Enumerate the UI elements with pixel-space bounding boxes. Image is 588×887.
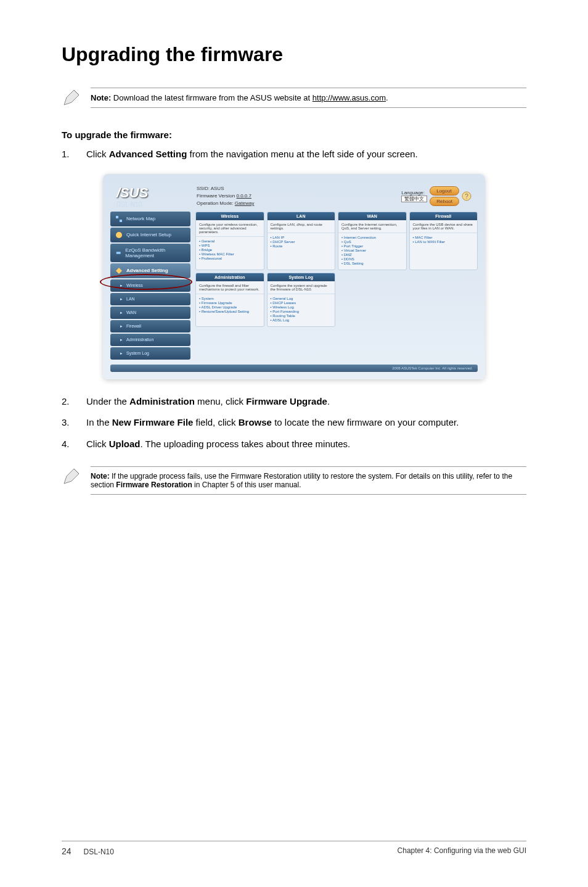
footer-model: DSL-N10 [84,848,114,856]
help-icon[interactable]: ? [462,191,472,201]
note-text: Download the latest firmware from the AS… [111,93,312,102]
svg-text:?: ? [465,193,468,200]
language-select[interactable]: 繁體中文 [401,196,427,202]
sidebar-sub-lan[interactable]: ▸ LAN [110,293,190,305]
svg-point-4 [116,232,122,238]
sidebar-sub-syslog[interactable]: ▸ System Log [110,347,190,360]
card-syslog: System Log Configure the system and upgr… [267,273,336,327]
router-copyright: 2008 ASUSTek Computer Inc. All rights re… [110,365,478,372]
cards-grid: Wireless Configure your wireless connect… [195,212,478,327]
upgrade-subheading: To upgrade the firmware: [62,130,526,140]
pen-icon [62,466,81,486]
router-model: DSL-N10 [116,201,197,208]
asus-link[interactable]: http://www.asus.com [312,93,386,102]
page-footer: 24DSL-N10 Chapter 4: Configuring via the… [62,841,526,856]
page-title: Upgrading the firmware [62,43,526,66]
svg-rect-5 [116,252,121,254]
header-info: SSID: ASUS Firmware Version 0.0.0.7 Oper… [197,185,401,207]
card-wireless-list: General WPS Bridge Wireless MAC Filter P… [196,237,264,265]
note-restoration: Note: If the upgrade process fails, use … [62,463,526,498]
note-download: Note: Download the latest firmware from … [62,85,526,111]
sidebar-network-map[interactable]: Network Map [110,212,190,226]
svg-rect-2 [116,216,118,218]
sidebar-ezqos[interactable]: EzQoS Bandwidth Management [110,244,190,262]
card-wireless: Wireless Configure your wireless connect… [195,212,264,270]
note-label: Note: [91,93,111,102]
router-sidebar: Network Map Quick Internet Setup EzQoS B… [110,212,190,360]
card-wan: WAN Configure the Internet connection, Q… [338,212,407,270]
page-number: 24 [62,846,71,856]
sidebar-advanced-setting[interactable]: Advanced Setting [110,263,190,278]
footer-chapter: Chapter 4: Configuring via the web GUI [398,846,526,856]
router-header: /SUS DSL-N10 SSID: ASUS Firmware Version… [110,181,478,212]
logout-button[interactable]: Logout [430,186,459,196]
sidebar-sub-wireless[interactable]: ▸ Wireless [110,279,190,292]
router-screenshot: /SUS DSL-N10 SSID: ASUS Firmware Version… [103,174,485,379]
step-4: 4. Click Upload. The uploading process t… [62,437,526,452]
sidebar-quick-setup[interactable]: Quick Internet Setup [110,228,190,242]
card-firewall: Firewall Configure the USB device and sh… [409,212,478,270]
sidebar-sub-firewall[interactable]: ▸ Firewall [110,320,190,332]
step-1: 1. Click Advanced Setting from the navig… [62,147,526,162]
asus-logo: /SUS [116,185,197,201]
card-lan: LAN Configure LAN, dhcp, and route setti… [267,212,336,270]
step-2: 2. Under the Administration menu, click … [62,395,526,409]
step-3: 3. In the New Firmware File field, click… [62,416,526,430]
sidebar-sub-wan[interactable]: ▸ WAN [110,307,190,319]
svg-rect-3 [120,220,122,222]
pen-icon [62,88,81,107]
reboot-button[interactable]: Reboot [430,197,459,206]
sidebar-sub-admin[interactable]: ▸ Administration [110,334,190,346]
card-admin: Administration Configure the firewall an… [195,273,264,327]
